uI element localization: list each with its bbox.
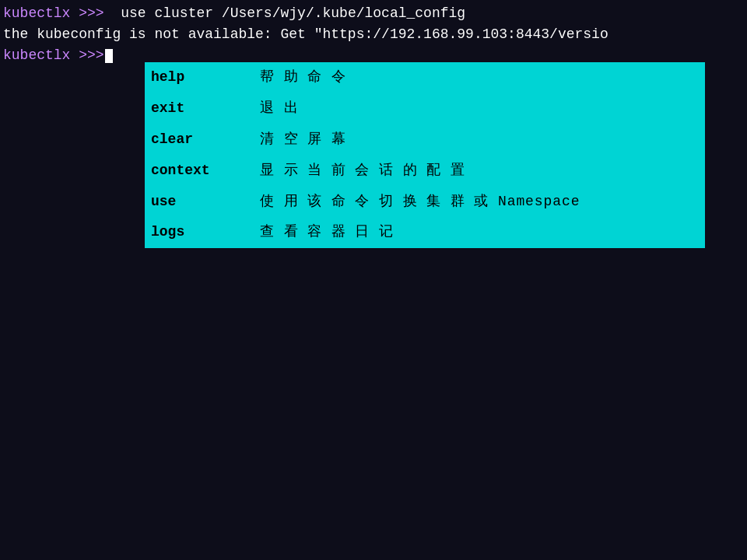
cmd-name-clear: clear	[151, 129, 260, 151]
error-line: the kubeconfig is not available: Get "ht…	[0, 24, 747, 45]
autocomplete-item-use[interactable]: use 使 用 该 命 令 切 换 集 群 或 Namespace	[145, 187, 705, 218]
prompt-label-2: kubectlx >>>	[3, 45, 104, 66]
autocomplete-item-clear[interactable]: clear 清 空 屏 幕	[145, 124, 705, 156]
autocomplete-item-help[interactable]: help 帮 助 命 令	[145, 62, 705, 93]
cmd-desc-clear: 清 空 屏 幕	[260, 129, 346, 151]
autocomplete-dropdown[interactable]: help 帮 助 命 令 exit 退 出 clear 清 空 屏 幕 cont…	[145, 62, 705, 248]
autocomplete-item-context[interactable]: context 显 示 当 前 会 话 的 配 置	[145, 156, 705, 187]
prompt-label-1: kubectlx >>>	[3, 3, 104, 24]
cmd-name-logs: logs	[151, 222, 260, 243]
cmd-name-context: context	[151, 160, 260, 182]
cursor	[105, 49, 113, 63]
command-line-1: kubectlx >>> use cluster /Users/wjy/.kub…	[0, 3, 747, 24]
command-text-1: use cluster /Users/wjy/.kube/local_confi…	[112, 3, 465, 24]
cmd-name-help: help	[151, 67, 260, 89]
autocomplete-item-exit[interactable]: exit 退 出	[145, 93, 705, 124]
cmd-desc-context: 显 示 当 前 会 话 的 配 置	[260, 160, 465, 182]
cmd-desc-help: 帮 助 命 令	[260, 67, 346, 89]
cmd-name-use: use	[151, 191, 260, 213]
terminal-output: kubectlx >>> use cluster /Users/wjy/.kub…	[0, 0, 747, 69]
error-text: the kubeconfig is not available: Get "ht…	[3, 24, 608, 45]
cmd-desc-exit: 退 出	[260, 98, 299, 120]
prompt-arrow-1	[104, 3, 113, 24]
terminal: kubectlx >>> use cluster /Users/wjy/.kub…	[0, 0, 747, 560]
cmd-desc-use: 使 用 该 命 令 切 换 集 群 或 Namespace	[260, 191, 580, 213]
autocomplete-item-logs[interactable]: logs 查 看 容 器 日 记	[145, 217, 705, 248]
cmd-name-exit: exit	[151, 98, 260, 120]
cmd-desc-logs: 查 看 容 器 日 记	[260, 222, 394, 243]
